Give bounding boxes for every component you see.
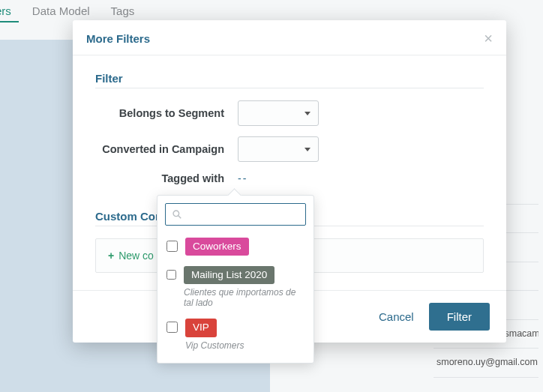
chevron-down-icon — [304, 112, 310, 115]
segment-dropdown[interactable] — [238, 100, 319, 126]
close-icon[interactable]: × — [484, 31, 493, 46]
tagged-with-trigger[interactable]: -- — [238, 172, 248, 184]
new-condition-label: New co — [118, 250, 154, 262]
label-belongs-to-segment: Belongs to Segment — [95, 107, 238, 119]
tag-popover: Coworkers Mailing List 2020 Clientes que… — [157, 195, 314, 364]
filter-section-title: Filter — [95, 72, 484, 85]
section-divider — [95, 88, 484, 88]
row-converted-in-campaign: Converted in Campaign — [95, 136, 484, 162]
tag-checkbox[interactable] — [166, 322, 178, 333]
tag-badge: Coworkers — [185, 238, 249, 256]
tag-search-box[interactable] — [165, 203, 306, 226]
tag-option-coworkers[interactable]: Coworkers — [165, 235, 306, 263]
plus-icon: + — [108, 250, 114, 262]
modal-title: More Filters — [86, 32, 150, 45]
tag-checkbox[interactable] — [166, 241, 178, 252]
modal-header: More Filters × — [73, 20, 506, 55]
svg-point-0 — [173, 211, 179, 217]
label-tagged-with: Tagged with — [95, 172, 238, 184]
tag-search-input[interactable] — [191, 208, 322, 220]
row-belongs-to-segment: Belongs to Segment — [95, 100, 484, 126]
tag-description: Vip Customers — [185, 340, 244, 351]
campaign-dropdown[interactable] — [238, 136, 319, 162]
label-converted-in-campaign: Converted in Campaign — [95, 143, 238, 155]
tag-option-vip[interactable]: VIP Vip Customers — [165, 316, 306, 358]
cancel-button[interactable]: Cancel — [371, 304, 422, 329]
tag-badge: Mailing List 2020 — [184, 266, 274, 284]
filter-button[interactable]: Filter — [429, 303, 490, 331]
tag-badge: VIP — [185, 319, 217, 337]
chevron-down-icon — [304, 148, 310, 151]
svg-line-1 — [178, 216, 182, 219]
tag-description: Clientes que importamos de tal lado — [184, 287, 304, 308]
tag-checkbox[interactable] — [166, 269, 176, 280]
row-tagged-with: Tagged with -- — [95, 172, 484, 184]
new-condition-button[interactable]: +New co — [108, 250, 154, 262]
search-icon — [172, 209, 182, 220]
tag-option-mailing-list-2020[interactable]: Mailing List 2020 Clientes que importamo… — [165, 263, 306, 316]
